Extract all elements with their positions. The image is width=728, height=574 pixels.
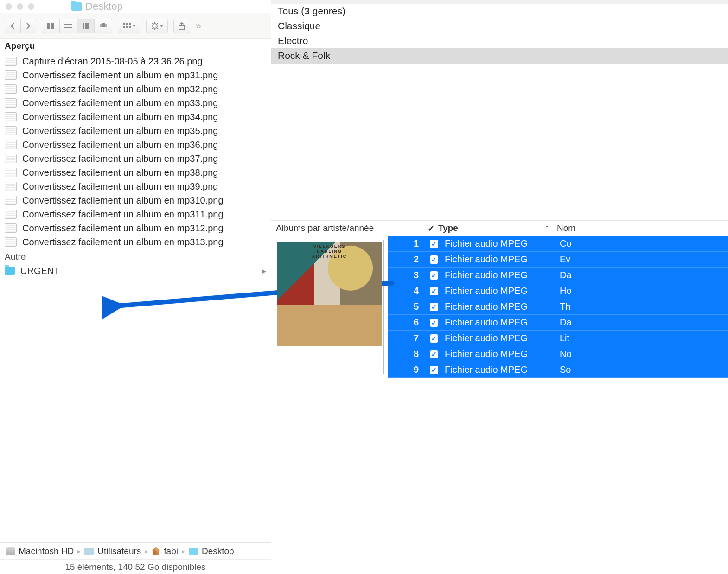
genre-row[interactable]: Rock & Folk <box>271 48 728 63</box>
share-button[interactable] <box>173 19 190 33</box>
chevron-right-icon: ▸ <box>182 548 185 555</box>
folder-label: URGENT <box>20 266 59 276</box>
track-row[interactable]: 1✓Fichier audio MPEGCo <box>388 236 728 252</box>
folder-urgent[interactable]: URGENT ▸ <box>0 263 271 279</box>
file-row[interactable]: Convertissez facilement un album en mp31… <box>0 221 271 235</box>
svg-rect-7 <box>83 23 84 29</box>
icon-view-button[interactable] <box>42 19 59 33</box>
file-list[interactable]: Capture d'écran 2015-08-05 à 23.36.26.pn… <box>0 53 271 542</box>
track-check[interactable]: ✓ <box>427 350 441 358</box>
file-name: Convertissez facilement un album en mp35… <box>22 126 218 136</box>
svg-rect-12 <box>105 24 107 27</box>
genre-list[interactable]: Tous (3 genres)ClassiqueElectroRock & Fo… <box>271 4 728 64</box>
file-row[interactable]: Convertissez facilement un album en mp38… <box>0 166 271 179</box>
svg-rect-14 <box>126 23 128 25</box>
track-check[interactable]: ✓ <box>427 240 441 248</box>
col-album[interactable]: Albums par artiste/année <box>271 223 424 233</box>
path-seg[interactable]: fabi <box>164 546 178 556</box>
file-row[interactable]: Convertissez facilement un album en mp33… <box>0 96 271 110</box>
file-row[interactable]: Capture d'écran 2015-08-05 à 23.36.26.pn… <box>0 54 271 68</box>
file-row[interactable]: Convertissez facilement un album en mp36… <box>0 138 271 152</box>
file-name: Convertissez facilement un album en mp31… <box>22 223 224 234</box>
coverflow-view-button[interactable] <box>95 19 112 33</box>
chevron-right-icon: ▸ <box>145 548 148 555</box>
file-row[interactable]: Convertissez facilement un album en mp39… <box>0 179 271 193</box>
folder-icon <box>189 548 198 555</box>
track-type: Fichier audio MPEG <box>441 286 557 296</box>
track-check[interactable]: ✓ <box>427 319 441 327</box>
disclosure-icon: ▸ <box>262 267 266 275</box>
action-button[interactable]: ▾ <box>146 19 168 33</box>
file-name: Convertissez facilement un album en mp33… <box>22 98 218 108</box>
file-row[interactable]: Convertissez facilement un album en mp31… <box>0 68 271 82</box>
track-check[interactable]: ✓ <box>427 255 441 264</box>
svg-rect-8 <box>85 23 87 29</box>
track-row[interactable]: 2✓Fichier audio MPEGEv <box>388 252 728 268</box>
checkmark-icon: ✓ <box>430 366 438 374</box>
svg-line-26 <box>152 28 153 29</box>
path-seg[interactable]: Macintosh HD <box>19 546 74 556</box>
file-row[interactable]: Convertissez facilement un album en mp34… <box>0 110 271 124</box>
forward-button[interactable] <box>20 19 36 33</box>
svg-rect-11 <box>100 24 102 27</box>
file-thumb-icon <box>5 57 17 66</box>
file-thumb-icon <box>5 196 17 205</box>
file-row[interactable]: Convertissez facilement un album en mp31… <box>0 193 271 207</box>
file-row[interactable]: Convertissez facilement un album en mp32… <box>0 82 271 96</box>
finder-window: Desktop ▾ ▾ » Ape <box>0 0 271 574</box>
file-thumb-icon <box>5 140 17 149</box>
genre-row[interactable]: Electro <box>271 33 728 48</box>
track-check[interactable]: ✓ <box>427 366 441 374</box>
track-row[interactable]: 6✓Fichier audio MPEGDa <box>388 315 728 331</box>
col-type[interactable]: Type⌃ <box>438 223 554 233</box>
track-row[interactable]: 9✓Fichier audio MPEGSo <box>388 362 728 378</box>
toolbar-overflow-icon[interactable]: » <box>196 20 201 32</box>
track-check[interactable]: ✓ <box>427 287 441 295</box>
svg-rect-15 <box>129 23 131 25</box>
path-seg[interactable]: Desktop <box>202 546 234 556</box>
zoom-icon[interactable] <box>28 3 34 10</box>
file-row[interactable]: Convertissez facilement un album en mp37… <box>0 152 271 166</box>
track-row[interactable]: 5✓Fichier audio MPEGTh <box>388 299 728 315</box>
genre-row[interactable]: Tous (3 genres) <box>271 4 728 19</box>
track-number: 1 <box>388 238 427 249</box>
titlebar: Desktop <box>0 0 271 13</box>
file-row[interactable]: Convertissez facilement un album en mp31… <box>0 235 271 249</box>
file-row[interactable]: Convertissez facilement un album en mp31… <box>0 207 271 221</box>
track-check[interactable]: ✓ <box>427 271 441 280</box>
path-seg[interactable]: Utilisateurs <box>97 546 141 556</box>
window-controls[interactable] <box>6 3 34 10</box>
category-other: Autre <box>0 249 271 263</box>
track-row[interactable]: 8✓Fichier audio MPEGNo <box>388 346 728 362</box>
track-row[interactable]: 4✓Fichier audio MPEGHo <box>388 283 728 299</box>
list-view-button[interactable] <box>59 19 77 33</box>
status-bar: 15 éléments, 140,52 Go disponibles <box>0 559 271 574</box>
track-number: 6 <box>388 317 427 328</box>
track-check[interactable]: ✓ <box>427 334 441 343</box>
path-bar[interactable]: Macintosh HD ▸ Utilisateurs ▸ fabi ▸ Des… <box>0 542 271 559</box>
genres-header <box>271 0 728 4</box>
back-button[interactable] <box>5 19 20 33</box>
checkmark-icon: ✓ <box>430 334 438 343</box>
checkmark-icon: ✓ <box>430 303 438 311</box>
track-name: Th <box>557 301 728 312</box>
track-row[interactable]: 7✓Fichier audio MPEGLit <box>388 331 728 346</box>
track-check[interactable]: ✓ <box>427 303 441 311</box>
album-art[interactable]: VILLAGERS DARLING ARITHMETIC <box>275 240 384 374</box>
col-check[interactable]: ✓ <box>424 223 438 234</box>
file-name: Convertissez facilement un album en mp34… <box>22 112 218 122</box>
track-columns-header[interactable]: Albums par artiste/année ✓ Type⌃ Nom <box>271 220 728 236</box>
track-name: Ev <box>557 254 728 265</box>
track-number: 9 <box>388 364 427 375</box>
genre-row[interactable]: Classique <box>271 19 728 33</box>
track-row[interactable]: 3✓Fichier audio MPEGDa <box>388 268 728 283</box>
column-view-button[interactable] <box>77 19 95 33</box>
file-name: Convertissez facilement un album en mp37… <box>22 153 218 164</box>
file-thumb-icon <box>5 112 17 121</box>
file-row[interactable]: Convertissez facilement un album en mp35… <box>0 124 271 138</box>
minimize-icon[interactable] <box>17 3 23 10</box>
close-icon[interactable] <box>6 3 12 10</box>
col-nom[interactable]: Nom <box>554 223 728 233</box>
arrange-button[interactable]: ▾ <box>118 19 140 33</box>
track-list[interactable]: 1✓Fichier audio MPEGCo2✓Fichier audio MP… <box>388 236 728 378</box>
